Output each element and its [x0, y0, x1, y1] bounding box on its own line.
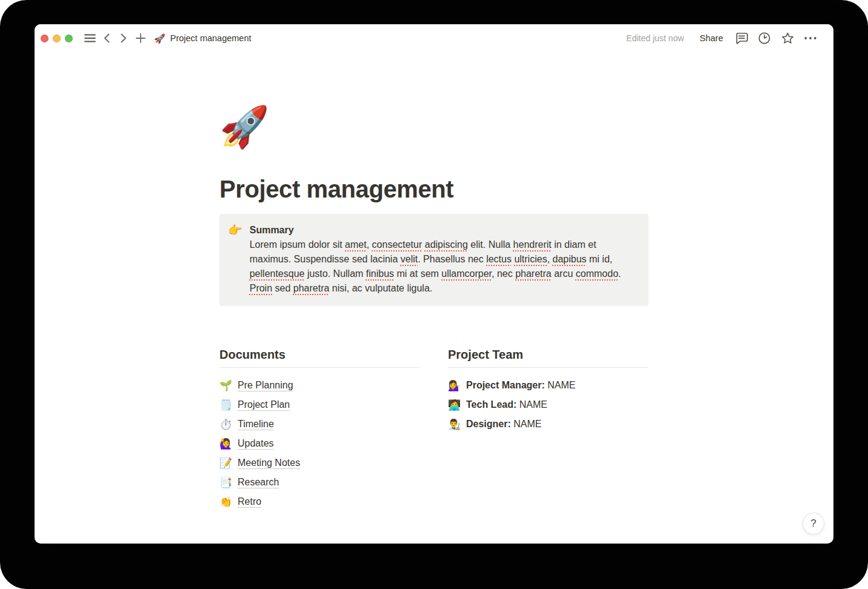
callout-text-segment: , [367, 239, 372, 250]
callout-paragraph: Lorem ipsum dolor sit amet, consectetur … [250, 238, 639, 296]
bookmark-tabs-emoji: 📑 [219, 478, 232, 488]
callout-text-segment: dapibus [553, 254, 587, 264]
woman-tipping-hand-emoji: 💁‍♀️ [448, 381, 461, 391]
document-link-item[interactable]: 📝Meeting Notes [219, 453, 420, 473]
help-button[interactable]: ? [803, 513, 824, 534]
more-options-button[interactable] [801, 29, 820, 47]
document-link-label[interactable]: Updates [238, 438, 274, 449]
document-link-item[interactable]: 👏Retro [219, 492, 420, 511]
documents-heading: Documents [219, 348, 420, 367]
callout-text-segment: hendrerit [513, 239, 552, 250]
document-link-label[interactable]: Research [238, 477, 279, 488]
clapping-hands-emoji: 👏 [219, 497, 232, 507]
team-member-item: 💁‍♀️Project Manager: NAME [448, 376, 649, 395]
page-title[interactable]: Project management [219, 175, 649, 204]
woman-raising-hand-emoji: 🙋‍♀️ [219, 439, 232, 449]
project-team-heading: Project Team [448, 348, 649, 367]
minimize-window-button[interactable] [53, 35, 61, 42]
page-icon-rocket-emoji[interactable]: 🚀 [219, 103, 268, 150]
clock-icon [758, 32, 770, 44]
document-link-label[interactable]: Timeline [238, 419, 274, 430]
callout-text-segment: mi id, [587, 254, 613, 264]
callout-text-segment: adipiscing [425, 239, 468, 250]
memo-emoji: 📝 [219, 458, 232, 468]
new-page-button[interactable] [132, 29, 149, 47]
callout-text-segment: ultricies [514, 254, 547, 264]
callout-text-segment: pharetra [515, 268, 552, 279]
document-link-label[interactable]: Meeting Notes [238, 458, 300, 468]
breadcrumb[interactable]: 🚀 Project management [154, 33, 252, 43]
technologist-emoji: 🧑‍💻 [448, 400, 461, 410]
callout-text-segment: nisi, ac vulputate ligula. [329, 283, 432, 293]
comment-bubble-icon [735, 33, 748, 44]
breadcrumb-page-title: Project management [170, 33, 252, 43]
team-member-name: NAME [513, 419, 541, 429]
callout-text-segment: . [618, 268, 621, 279]
document-link-item[interactable]: 🙋‍♀️Updates [219, 434, 420, 453]
team-member-item: 👨‍🎨Designer: NAME [448, 414, 649, 434]
plus-icon [136, 33, 145, 43]
callout-text-segment: justo. Nullam [304, 268, 366, 279]
callout-text-segment: commodo [576, 268, 618, 279]
page-body: 🚀 Project management 👉 Summary Lorem ips… [219, 103, 649, 511]
favorite-button[interactable] [778, 29, 797, 47]
document-link-label[interactable]: Pre Planning [238, 380, 293, 391]
callout-text-segment: Proin [250, 283, 272, 293]
nav-forward-button[interactable] [115, 29, 132, 47]
callout-text-segment: sed [272, 283, 293, 293]
chevron-right-icon [121, 33, 127, 43]
zoom-window-button[interactable] [65, 35, 73, 42]
document-link-item[interactable]: 📑Research [219, 473, 420, 492]
pointing-right-emoji-icon: 👉 [228, 223, 242, 296]
callout-text-segment: . Phasellus nec [418, 254, 486, 264]
callout-text-segment: , nec [492, 268, 515, 279]
team-member-role: Tech Lead: [466, 399, 516, 410]
rocket-emoji-icon: 🚀 [154, 34, 165, 43]
nav-back-button[interactable] [98, 29, 115, 47]
documents-list: 🌱Pre Planning🗒️Project Plan⏱️Timeline🙋‍♀… [219, 376, 420, 511]
callout-heading: Summary [250, 223, 639, 238]
ellipsis-icon [804, 37, 816, 39]
callout-text-segment: velit [401, 254, 418, 264]
callout-text-segment: elit. Nulla [468, 239, 513, 250]
document-link-item[interactable]: ⏱️Timeline [219, 414, 420, 434]
page-history-button[interactable] [755, 29, 774, 47]
artist-emoji: 👨‍🎨 [448, 419, 461, 430]
edited-status: Edited just now [626, 33, 684, 43]
chevron-left-icon [104, 33, 110, 43]
callout-text-segment: pharetra [293, 283, 330, 293]
document-link-item[interactable]: 🗒️Project Plan [219, 395, 420, 414]
team-member-role: Designer: [466, 419, 511, 429]
callout-text-segment: Lorem ipsum dolor sit [250, 239, 345, 250]
documents-divider [219, 367, 420, 368]
team-member-name: NAME [547, 380, 575, 390]
spiral-notepad-emoji: 🗒️ [219, 400, 232, 410]
callout-text-segment: finibus [366, 268, 394, 279]
callout-text-segment: ullamcorper [441, 268, 492, 279]
callout-text-segment: lectus [486, 254, 512, 264]
close-window-button[interactable] [41, 35, 48, 42]
project-team-list: 💁‍♀️Project Manager: NAME🧑‍💻Tech Lead: N… [448, 376, 649, 434]
document-link-item[interactable]: 🌱Pre Planning [219, 376, 420, 395]
page-scroll-area: 🚀 Project management 👉 Summary Lorem ips… [35, 52, 833, 544]
callout-text-segment: mi at sem [394, 268, 441, 279]
team-member-role: Project Manager: [466, 380, 545, 390]
team-member-item: 🧑‍💻Tech Lead: NAME [448, 395, 649, 414]
notion-app-window: 🚀 Project management Edited just now Sha… [35, 24, 833, 544]
callout-text-segment: consectetur [372, 239, 422, 250]
document-link-label[interactable]: Retro [238, 496, 261, 507]
titlebar-actions: Edited just now Share [626, 29, 820, 47]
callout-text-segment: amet [345, 239, 367, 250]
two-column-layout: Documents 🌱Pre Planning🗒️Project Plan⏱️T… [219, 348, 649, 511]
titlebar: 🚀 Project management Edited just now Sha… [35, 24, 833, 52]
project-team-divider [448, 367, 649, 368]
callout-text-segment: , [547, 254, 553, 264]
hamburger-menu-icon [84, 34, 96, 42]
document-link-label[interactable]: Project Plan [238, 399, 290, 410]
project-team-column: Project Team 💁‍♀️Project Manager: NAME🧑‍… [448, 348, 649, 511]
share-button[interactable]: Share [695, 31, 728, 45]
team-member-name: NAME [519, 399, 547, 410]
star-icon [781, 32, 794, 44]
comments-button[interactable] [732, 29, 751, 47]
sidebar-toggle-button[interactable] [81, 29, 98, 47]
